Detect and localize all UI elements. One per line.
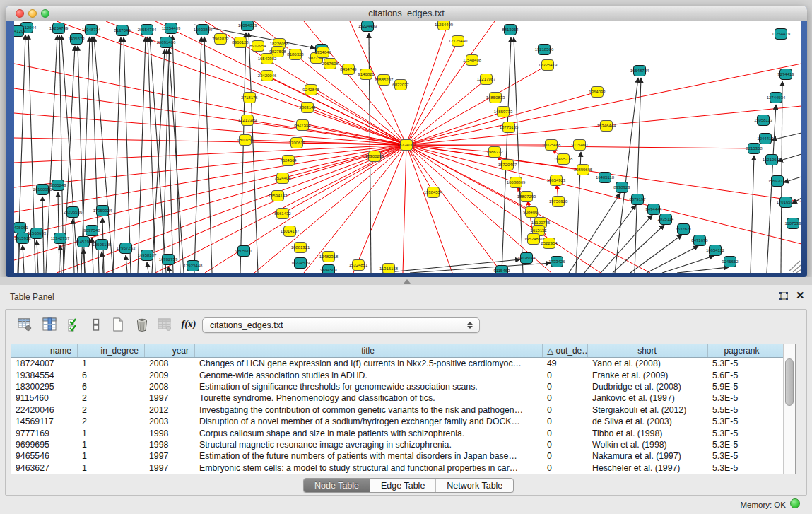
graph-node[interactable]: 8471676 — [691, 235, 708, 246]
graph-node[interactable]: 15346444 — [597, 121, 616, 132]
graph-node[interactable]: 1145194 — [76, 237, 93, 247]
graph-node[interactable]: 12744934 — [767, 93, 786, 103]
graph-node[interactable]: 15224409 — [358, 21, 377, 32]
graph-edge[interactable] — [406, 145, 801, 244]
graph-edge[interactable] — [304, 21, 406, 145]
table-row[interactable]: 946554611997Estimation of the future num… — [11, 450, 783, 462]
graph-node[interactable]: 12213389 — [238, 115, 257, 126]
graph-edge[interactable] — [169, 49, 184, 273]
graph-edge[interactable] — [167, 49, 173, 273]
tab-node-table[interactable]: Node Table — [304, 479, 370, 492]
graph-node[interactable]: 1364093 — [589, 87, 606, 98]
graph-node[interactable]: 8137045 — [114, 25, 131, 36]
tab-edge-table[interactable]: Edge Table — [370, 479, 436, 492]
graph-node[interactable]: 9245652 — [722, 257, 739, 267]
memory-status-icon[interactable] — [790, 498, 800, 508]
table-column-button[interactable] — [40, 315, 59, 334]
window-titlebar[interactable]: citations_edges.txt — [6, 6, 807, 21]
graph-node[interactable]: 16033809 — [194, 25, 213, 35]
table-row[interactable]: 1872400712008Changes of HCN gene express… — [11, 358, 783, 369]
graph-node[interactable]: 8186328 — [287, 49, 304, 60]
graph-edge[interactable] — [147, 262, 148, 273]
graph-node[interactable]: 2522954 — [541, 238, 558, 249]
graph-node[interactable]: 12923448 — [184, 261, 203, 271]
graph-node[interactable]: 16881321 — [291, 243, 310, 253]
graph-node[interactable]: 8912954 — [249, 41, 266, 52]
table-row[interactable]: 969969511998Structural magnetic resonanc… — [11, 439, 783, 450]
graph-node[interactable]: 8938923 — [613, 182, 630, 193]
graph-node[interactable]: 2803144 — [299, 103, 316, 113]
graph-node[interactable]: 8561432 — [274, 209, 291, 219]
graph-edge[interactable] — [194, 37, 201, 273]
graph-node[interactable]: 9694509 — [320, 265, 337, 274]
graph-node[interactable]: 12482318 — [319, 252, 339, 262]
graph-node[interactable]: 1107533 — [785, 218, 801, 229]
graph-node[interactable]: 9146821 — [358, 69, 375, 80]
graph-node[interactable]: 16958107 — [138, 250, 157, 261]
scrollbar-thumb[interactable] — [785, 358, 794, 406]
graph-node[interactable]: 16594147 — [269, 191, 288, 201]
graph-edge[interactable] — [14, 145, 406, 163]
table-row[interactable]: 911546021997Tourette syndrome. Phenomeno… — [11, 392, 783, 404]
graph-edge[interactable] — [772, 133, 801, 140]
network-graph[interactable]: 1641204419254709169487348137045205547841… — [14, 21, 801, 273]
graph-edge[interactable] — [94, 37, 113, 273]
graph-edge[interactable] — [647, 246, 698, 273]
panel-splitter[interactable] — [0, 277, 812, 285]
column-checks-button[interactable] — [65, 315, 83, 334]
graph-node[interactable]: 16014187 — [281, 226, 300, 237]
graph-edge[interactable] — [406, 145, 452, 273]
new-column-button[interactable] — [109, 315, 127, 334]
graph-node[interactable]: 7963822 — [212, 34, 229, 45]
graph-edge[interactable] — [635, 78, 641, 273]
graph-node[interactable]: 9474444 — [645, 204, 662, 215]
graph-node[interactable]: 10025488 — [542, 140, 561, 151]
graph-node[interactable]: 9242848 — [302, 85, 319, 95]
rows-button[interactable] — [87, 315, 105, 334]
graph-edge[interactable] — [205, 145, 406, 273]
graph-edge[interactable] — [60, 245, 61, 273]
graph-edge[interactable] — [124, 37, 131, 273]
graph-node[interactable]: 15885207 — [375, 75, 394, 86]
graph-edge[interactable] — [502, 37, 511, 273]
graph-node[interactable]: 12125440 — [449, 36, 468, 47]
graph-edge[interactable] — [677, 267, 729, 273]
table-row[interactable]: 2242004622012Investigating the contribut… — [11, 404, 783, 416]
graph-node[interactable]: 18775105 — [500, 122, 519, 133]
graph-node[interactable]: 13505135 — [93, 240, 112, 250]
graph-node[interactable]: 16948734 — [82, 25, 101, 35]
graph-node[interactable]: 9115463 — [494, 266, 511, 274]
graph-edge[interactable] — [73, 219, 74, 273]
graph-edge[interactable] — [789, 261, 800, 271]
graph-edge[interactable] — [113, 37, 121, 273]
graph-node[interactable]: 7524404 — [274, 173, 291, 184]
column-header-title[interactable]: title — [195, 344, 543, 357]
graph-node[interactable]: 10899695 — [574, 165, 593, 175]
graph-node[interactable]: 10688809 — [507, 177, 526, 188]
graph-node[interactable]: 17957253 — [117, 243, 136, 254]
float-panel-icon[interactable] — [778, 291, 789, 303]
graph-node[interactable]: 9097548 — [83, 226, 100, 236]
delete-table-button[interactable] — [155, 315, 174, 334]
graph-edge[interactable] — [751, 156, 754, 273]
graph-node[interactable]: 12217987 — [477, 74, 496, 85]
graph-edge[interactable] — [406, 41, 458, 145]
column-header-year[interactable]: year — [145, 344, 195, 357]
splitter-handle-icon[interactable] — [404, 279, 411, 284]
graph-edge[interactable] — [249, 33, 258, 273]
graph-node[interactable]: 7624564 — [280, 156, 297, 166]
graph-node[interactable]: 16648784 — [630, 66, 649, 76]
graph-edge[interactable] — [152, 49, 165, 273]
table-select-dropdown[interactable]: citations_edges.txt — [202, 317, 480, 333]
graph-edge[interactable] — [92, 37, 99, 273]
graph-node[interactable]: 20554784 — [138, 25, 157, 35]
graph-node[interactable]: 1435061 — [14, 223, 28, 233]
column-header-out_de[interactable]: △ out_de… — [543, 344, 588, 357]
table-row[interactable]: 1830029562008Estimation of significance … — [11, 381, 783, 392]
vertical-scrollbar[interactable] — [783, 344, 796, 474]
graph-node[interactable]: 1733426 — [548, 257, 565, 267]
graph-node[interactable]: 10224539 — [291, 258, 310, 269]
graph-edge[interactable] — [14, 113, 406, 145]
graph-edge[interactable] — [172, 35, 180, 273]
close-panel-icon[interactable]: ✕ — [796, 289, 805, 302]
